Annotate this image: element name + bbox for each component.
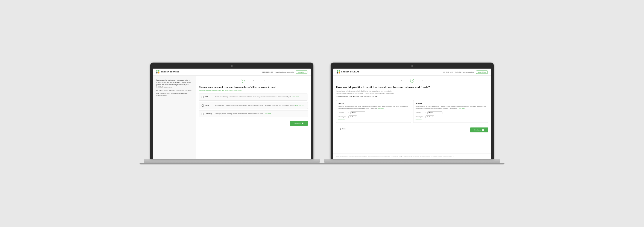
isa-desc: An Individual Savings Account is a tax e…: [215, 96, 300, 98]
step2-subtext: You can invest in funds, shares or both.…: [336, 90, 488, 94]
header-phone-1: 020 3828 1400: [262, 71, 273, 73]
logo-dots-2: [336, 70, 340, 74]
funds-learn-more2[interactable]: Learn more...: [338, 119, 409, 120]
logo-dot-orange-1: [158, 72, 160, 74]
step2-heading: How would you like to split the investme…: [336, 86, 488, 89]
funds-col: Funds Funds are collections of financial…: [336, 100, 411, 123]
trading-label: Trading: [206, 113, 213, 115]
header-learn-more-btn-2[interactable]: Learn More: [476, 71, 488, 74]
logo-dot-d-2: [336, 72, 338, 74]
step2-line-2: [416, 81, 420, 81]
funds-prefix: £: [348, 112, 349, 114]
camera-2: [411, 65, 413, 67]
account-option-trading: Trading Trading or general investing acc…: [199, 110, 308, 117]
funds-amount-row: Amount: £: [338, 111, 409, 114]
intro-para2: Fill out the form to determine which bro…: [156, 90, 192, 97]
laptop-1: BROKER COMPARE 020 3828 1400 help@broker…: [150, 63, 314, 164]
header-phone-2: 020 3828 1400: [443, 71, 454, 73]
trading-checkbox[interactable]: [202, 113, 204, 115]
shares-col: Shares Individual shares are a way of pu…: [413, 100, 488, 123]
funds-stepper-up[interactable]: ▴: [354, 116, 356, 118]
funds-amount-input[interactable]: [350, 111, 365, 114]
page-body-1: Fees charged by brokers vary widely depe…: [153, 76, 311, 159]
camera-1: [231, 65, 233, 67]
laptops-container: BROKER COMPARE 020 3828 1400 help@broker…: [150, 63, 494, 164]
steps-1: 1 2 3: [199, 79, 308, 83]
continue-icon-1: ▦: [302, 122, 304, 124]
header-learn-more-btn-1[interactable]: Learn More: [296, 71, 308, 74]
trading-desc: Trading or general investing account. No…: [215, 113, 272, 115]
steps-2: 1 2 3: [336, 79, 488, 83]
sipp-learn-more[interactable]: Learn more...: [296, 104, 304, 106]
intro-section-1: Fees charged by brokers vary widely depe…: [153, 76, 196, 159]
site-header-2: BROKER COMPARE 020 3828 1400 help@broker…: [333, 69, 491, 76]
isa-label: ISA: [206, 96, 213, 98]
funds-trades-row: Trades/year: ▾ 6 ▴: [338, 115, 409, 118]
funds-desc: Funds are collections of financial asset…: [338, 106, 409, 110]
site-header-1: BROKER COMPARE 020 3828 1400 help@broker…: [153, 69, 311, 76]
shares-stepper-down[interactable]: ▾: [426, 116, 428, 118]
shares-amount-label: Amount:: [416, 112, 424, 114]
funds-title: Funds: [338, 102, 409, 104]
logo-1: BROKER COMPARE: [156, 70, 179, 74]
laptop-foot-1: [140, 163, 324, 164]
continue-btn-1[interactable]: Continue ▦: [290, 121, 308, 126]
funds-learn-more[interactable]: Learn more...: [378, 108, 385, 109]
logo-dot-g1-2: [336, 70, 338, 72]
header-email-2: help@brokercompare.info: [456, 71, 474, 73]
funds-stepper-down[interactable]: ▾: [349, 116, 351, 118]
browser-content-2: BROKER COMPARE 020 3828 1400 help@broker…: [333, 69, 491, 159]
form-buttons-2: ◧ Back Continue ▦: [336, 125, 488, 132]
isa-learn-more[interactable]: Learn more...: [292, 96, 300, 98]
shares-trades-label: Trades/year:: [416, 116, 424, 118]
form-subtext-1: Combining accounts can be cheaper with s…: [199, 89, 308, 91]
laptop-screen-1: BROKER COMPARE 020 3828 1400 help@broker…: [153, 69, 311, 159]
shares-trades-row: Trades/year: ▾ 6 ▴: [416, 115, 486, 118]
laptop-base-2: [324, 159, 500, 163]
laptop-screen-outer-1: BROKER COMPARE 020 3828 1400 help@broker…: [150, 63, 314, 159]
logo-dot-g2-2: [338, 70, 340, 72]
shares-prefix: £: [426, 112, 426, 114]
logo-dots-1: [156, 70, 160, 74]
laptop-foot-2: [320, 163, 504, 164]
isa-checkbox[interactable]: [202, 96, 204, 98]
shares-learn-more[interactable]: Learn more...: [458, 108, 466, 109]
shares-stepper-up[interactable]: ▴: [432, 116, 433, 118]
step-line-2: [256, 81, 261, 81]
form-area-1: 1 2 3 Choose your account type and how m…: [196, 76, 311, 159]
shares-amount-input[interactable]: [428, 111, 442, 114]
intro-para1: Fees charged by brokers vary widely depe…: [156, 79, 192, 88]
logo-dot-o-2: [338, 72, 340, 74]
investment-cols: Funds Funds are collections of financial…: [336, 100, 488, 123]
laptop-2: BROKER COMPARE 020 3828 1400 help@broker…: [330, 63, 494, 164]
continue-btn-2[interactable]: Continue ▦: [470, 127, 488, 132]
shares-amount-row: Amount: £: [416, 111, 486, 114]
funds-stepper-val: 6: [352, 116, 354, 118]
step2-1-circle: 1: [400, 79, 403, 83]
step2-2-circle: 2: [410, 79, 414, 83]
header-contact-1: 020 3828 1400 help@brokercompare.info Le…: [262, 71, 308, 74]
header-email-1: help@brokercompare.info: [275, 71, 294, 73]
shares-desc: Individual shares are a way of purchasin…: [416, 106, 486, 110]
step-1-circle: 1: [241, 79, 244, 83]
browser-content-1: BROKER COMPARE 020 3828 1400 help@broker…: [153, 69, 311, 159]
total-investment: Total investment: £100,000 (ISA: £50,000…: [336, 95, 488, 97]
account-option-isa: ISA An Individual Savings Account is a t…: [199, 94, 308, 101]
page-body-2: 1 2 3 How would you like to split the in…: [333, 76, 491, 159]
logo-text-1: BROKER COMPARE: [161, 71, 179, 73]
total-amount: £100,000: [348, 95, 355, 97]
form-subtext-text: Combining accounts can be cheaper with s…: [199, 89, 234, 91]
logo-2: BROKER COMPARE: [336, 70, 359, 74]
step2-line-1: [405, 81, 409, 81]
back-btn-2[interactable]: ◧ Back: [336, 127, 349, 131]
laptop-screen-2: BROKER COMPARE 020 3828 1400 help@broker…: [333, 69, 491, 159]
step-3-circle: 3: [262, 79, 266, 83]
laptop-screen-outer-2: BROKER COMPARE 020 3828 1400 help@broker…: [330, 63, 494, 159]
form-heading-1: Choose your account type and how much yo…: [199, 86, 308, 89]
trading-learn-more[interactable]: Learn more...: [264, 113, 272, 114]
back-icon: ◧: [340, 128, 341, 130]
form-subtext-link[interactable]: Learn more...: [234, 89, 242, 91]
step-2-circle: 2: [251, 79, 255, 83]
sipp-checkbox[interactable]: [202, 104, 204, 107]
shares-learn-more2[interactable]: Learn more...: [416, 119, 486, 120]
